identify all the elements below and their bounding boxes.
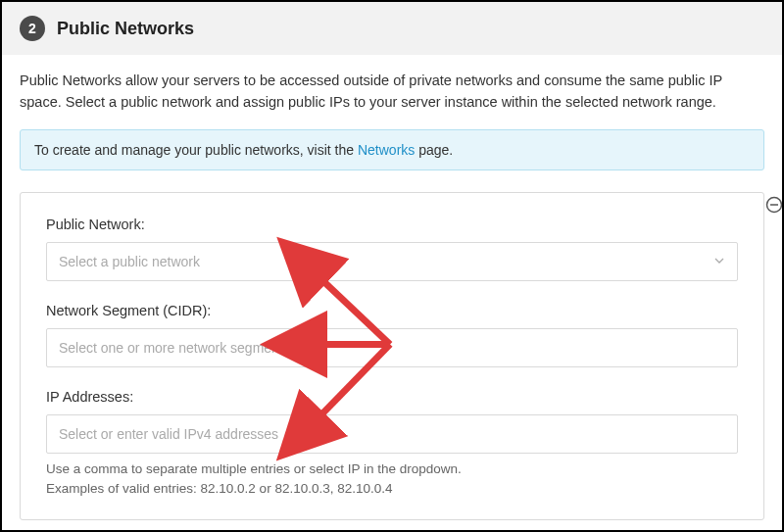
ip-addresses-helper: Use a comma to separate multiple entries…: [46, 459, 738, 501]
helper-line-1: Use a comma to separate multiple entries…: [46, 459, 738, 480]
info-banner-suffix: page.: [415, 142, 453, 158]
network-segment-label: Network Segment (CIDR):: [46, 303, 738, 318]
network-segment-select[interactable]: Select one or more network segments: [46, 328, 738, 367]
ip-addresses-label: IP Addresses:: [46, 389, 738, 405]
network-segment-placeholder: Select one or more network segments: [59, 340, 290, 356]
networks-link[interactable]: Networks: [358, 142, 415, 158]
ip-addresses-input[interactable]: Select or enter valid IPv4 addresses: [46, 414, 738, 454]
info-banner-prefix: To create and manage your public network…: [34, 142, 358, 158]
info-banner: To create and manage your public network…: [20, 129, 764, 170]
public-network-placeholder: Select a public network: [59, 254, 200, 269]
ip-addresses-placeholder: Select or enter valid IPv4 addresses: [59, 426, 278, 442]
step-number-badge: 2: [20, 16, 45, 41]
public-network-label: Public Network:: [46, 217, 738, 232]
section-title: Public Networks: [57, 19, 194, 39]
section-content: Public Networks allow your servers to be…: [2, 55, 782, 530]
section-header: 2 Public Networks: [2, 2, 782, 55]
collapse-card-icon[interactable]: [764, 195, 782, 215]
ip-addresses-row: IP Addresses: Select or enter valid IPv4…: [46, 389, 738, 501]
public-network-select[interactable]: Select a public network: [46, 242, 738, 281]
section-description: Public Networks allow your servers to be…: [20, 71, 764, 114]
network-segment-row: Network Segment (CIDR): Select one or mo…: [46, 303, 738, 367]
public-network-form-card: Public Network: Select a public network …: [20, 192, 764, 521]
helper-line-2: Examples of valid entries: 82.10.0.2 or …: [46, 479, 738, 500]
public-network-row: Public Network: Select a public network: [46, 217, 738, 281]
chevron-down-icon: [713, 254, 725, 269]
